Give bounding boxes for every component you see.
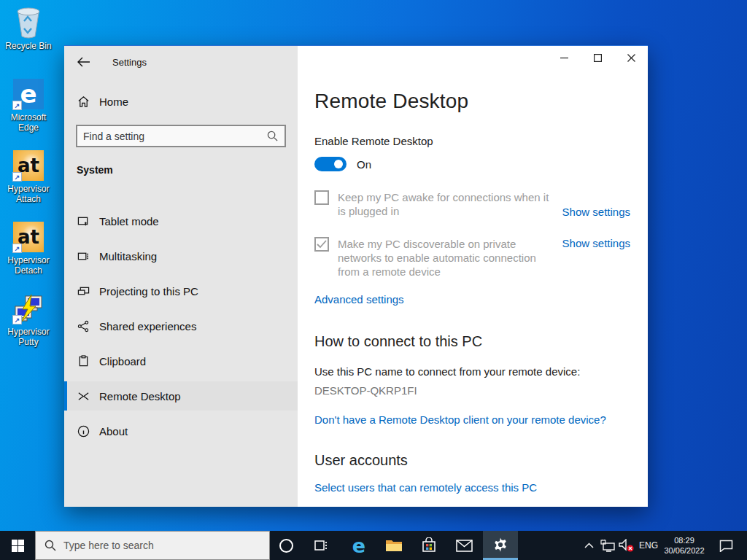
desktop-icon-microsoft-edge[interactable]: e ↗ Microsoft Edge xyxy=(0,77,57,143)
sidebar-item-label: Multitasking xyxy=(99,250,157,262)
discoverable-option-row: Make my PC discoverable on private netwo… xyxy=(314,237,630,279)
desktop-icon-hypervisor-putty[interactable]: ↗ Hypervisor Putty xyxy=(0,292,57,357)
sidebar-item-about[interactable]: About xyxy=(64,416,298,446)
sidebar-item-label: Tablet mode xyxy=(99,215,159,228)
sidebar-item-label: Clipboard xyxy=(99,355,146,368)
toggle-state-label: On xyxy=(357,158,371,171)
recycle-bin-icon xyxy=(12,6,45,39)
file-explorer-button[interactable] xyxy=(379,531,409,560)
sidebar-item-tablet-mode[interactable]: Tablet mode xyxy=(64,206,298,236)
settings-taskbar-button[interactable] xyxy=(483,531,518,560)
hypervisor-attach-icon: at ↗ xyxy=(12,149,45,182)
putty-icon: ↗ xyxy=(12,292,45,325)
settings-search-input[interactable] xyxy=(77,131,267,142)
shortcut-arrow-icon: ↗ xyxy=(12,101,22,110)
network-tray-icon[interactable] xyxy=(598,531,617,560)
desktop-icon-recycle-bin[interactable]: Recycle Bin xyxy=(0,6,57,71)
clock[interactable]: 08:29 30/06/2022 xyxy=(661,531,708,560)
taskbar: e ENG 08:29 30/06/2022 xyxy=(0,531,747,560)
edge-icon: e ↗ xyxy=(12,77,45,111)
desktop-icon-label: Hypervisor Detach xyxy=(0,255,57,276)
remote-desktop-client-link[interactable]: Don't have a Remote Desktop client on yo… xyxy=(314,413,606,426)
desktop-icon-list: Recycle Bin e ↗ Microsoft Edge at ↗ Hype… xyxy=(0,6,57,363)
settings-search-box[interactable] xyxy=(76,125,286,147)
pc-name-value: DESKTOP-QKRP1FI xyxy=(314,384,630,397)
desktop-icon-label: Hypervisor Attach xyxy=(0,184,57,204)
tray-chevron-icon[interactable] xyxy=(581,531,597,560)
task-view-button[interactable] xyxy=(306,531,336,560)
sidebar-item-multitasking[interactable]: Multitasking xyxy=(64,241,298,271)
start-button[interactable] xyxy=(0,531,35,560)
store-button[interactable] xyxy=(414,531,444,560)
tray-date: 30/06/2022 xyxy=(664,545,704,556)
advanced-settings-link[interactable]: Advanced settings xyxy=(314,293,404,306)
sidebar-item-label: Projecting to this PC xyxy=(99,285,198,298)
sidebar-item-label: Shared experiences xyxy=(99,320,196,332)
edge-icon: e xyxy=(352,536,365,556)
cortana-button[interactable] xyxy=(271,531,301,560)
language-indicator[interactable]: ENG xyxy=(636,531,661,560)
settings-window: Settings Home System xyxy=(64,45,648,507)
home-icon xyxy=(77,96,90,108)
keep-awake-option-row: Keep my PC awake for connections when it… xyxy=(314,190,630,218)
shortcut-arrow-icon: ↗ xyxy=(12,315,22,324)
minimize-button[interactable] xyxy=(547,46,581,69)
search-icon xyxy=(44,540,56,551)
tray-time: 08:29 xyxy=(674,535,694,545)
keep-awake-label: Keep my PC awake for connections when it… xyxy=(338,190,554,218)
search-icon xyxy=(267,131,285,141)
back-button[interactable] xyxy=(76,55,90,69)
sidebar-item-remote-desktop[interactable]: Remote Desktop xyxy=(64,381,298,411)
desktop-icon-hypervisor-detach[interactable]: at ↗ Hypervisor Detach xyxy=(0,220,57,286)
desktop-background: Recycle Bin e ↗ Microsoft Edge at ↗ Hype… xyxy=(0,0,747,560)
desktop-icon-label: Microsoft Edge xyxy=(0,112,57,133)
shortcut-arrow-icon: ↗ xyxy=(12,244,22,253)
shortcut-arrow-icon: ↗ xyxy=(12,172,22,182)
sidebar-item-shared-experiences[interactable]: Shared experiences xyxy=(64,311,298,341)
volume-muted-tray-icon[interactable] xyxy=(617,531,636,560)
desktop-icon-label: Recycle Bin xyxy=(5,41,51,51)
shared-experiences-icon xyxy=(77,320,90,332)
action-center-button[interactable] xyxy=(713,531,738,560)
sidebar-item-label: Remote Desktop xyxy=(99,390,181,402)
sidebar-item-projecting[interactable]: Projecting to this PC xyxy=(64,276,298,306)
settings-content-pane: Remote Desktop Enable Remote Desktop On … xyxy=(298,46,648,507)
sidebar-nav: Tablet mode Multitasking Projecting to t… xyxy=(64,206,298,451)
user-accounts-heading: User accounts xyxy=(314,451,630,470)
maximize-button[interactable] xyxy=(581,46,614,69)
keep-awake-checkbox[interactable] xyxy=(314,190,329,205)
sidebar-section-label: System xyxy=(77,164,113,176)
window-title: Settings xyxy=(112,57,147,68)
sidebar-home-label: Home xyxy=(99,96,128,108)
page-title: Remote Desktop xyxy=(314,88,630,114)
discoverable-show-settings-link[interactable]: Show settings xyxy=(562,237,630,249)
projecting-icon xyxy=(77,285,90,298)
settings-sidebar: Settings Home System xyxy=(64,46,298,507)
close-button[interactable] xyxy=(614,46,648,69)
remote-desktop-toggle[interactable] xyxy=(314,157,347,171)
discoverable-label: Make my PC discoverable on private netwo… xyxy=(338,237,554,279)
hypervisor-detach-icon: at ↗ xyxy=(12,220,45,254)
about-icon xyxy=(77,425,90,438)
mail-button[interactable] xyxy=(449,531,479,560)
sidebar-item-label: About xyxy=(99,425,128,438)
enable-remote-desktop-label: Enable Remote Desktop xyxy=(314,135,630,148)
desktop-icon-label: Hypervisor Putty xyxy=(0,327,57,347)
multitasking-icon xyxy=(77,250,90,262)
how-to-connect-heading: How to connect to this PC xyxy=(314,332,630,351)
pc-name-label: Use this PC name to connect from your re… xyxy=(314,365,630,378)
edge-taskbar-button[interactable]: e xyxy=(344,531,374,560)
toggle-knob xyxy=(334,160,343,168)
taskbar-search-input[interactable] xyxy=(63,540,269,551)
select-users-link[interactable]: Select users that can remotely access th… xyxy=(314,481,537,494)
sidebar-item-clipboard[interactable]: Clipboard xyxy=(64,346,298,376)
sidebar-item-home[interactable]: Home xyxy=(64,87,298,116)
keep-awake-show-settings-link[interactable]: Show settings xyxy=(562,206,630,218)
remote-desktop-icon xyxy=(77,390,90,402)
taskbar-search-box[interactable] xyxy=(35,531,270,560)
clipboard-icon xyxy=(77,355,90,368)
tablet-icon xyxy=(77,215,90,228)
discoverable-checkbox[interactable] xyxy=(314,237,329,252)
desktop-icon-hypervisor-attach[interactable]: at ↗ Hypervisor Attach xyxy=(0,149,57,214)
